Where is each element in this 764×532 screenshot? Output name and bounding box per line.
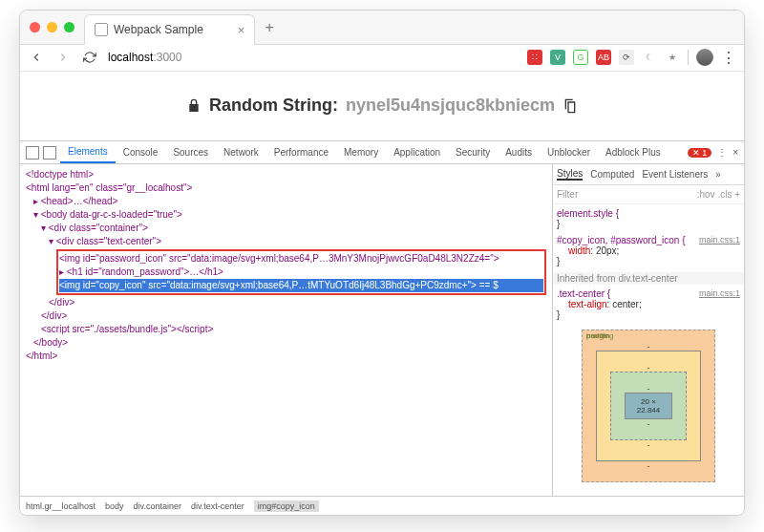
dom-line[interactable]: <img id="password_icon" src="data:image/… xyxy=(59,252,543,266)
cls-toggle[interactable]: .cls xyxy=(717,189,732,200)
minimize-window[interactable] xyxy=(47,22,57,32)
dom-line[interactable]: ▸ <h1 id="random_password">…</h1> xyxy=(59,266,543,279)
dom-breadcrumb[interactable]: html.gr__localhost body div.container di… xyxy=(20,496,744,515)
tab-console[interactable]: Console xyxy=(116,142,166,162)
crumb[interactable]: img#copy_icon xyxy=(254,500,319,512)
dom-line[interactable]: ▾ <body data-gr-c-s-loaded="true"> xyxy=(33,208,546,222)
star-icon[interactable]: ★ xyxy=(665,50,680,65)
tab-unblocker[interactable]: Unblocker xyxy=(540,142,598,162)
moon-icon[interactable]: ☾ xyxy=(642,50,657,65)
ext-icon-2[interactable]: V xyxy=(550,50,565,65)
more-tabs-icon[interactable]: » xyxy=(715,169,721,180)
highlighted-block: <img id="password_icon" src="data:image/… xyxy=(56,249,546,295)
dom-panel[interactable]: <!doctype html> <html lang="en" class="g… xyxy=(20,164,553,496)
tab-sources[interactable]: Sources xyxy=(165,142,216,162)
tab-audits[interactable]: Audits xyxy=(498,142,540,162)
ext-icon-1[interactable]: ∷ xyxy=(527,50,542,65)
crumb[interactable]: div.text-center xyxy=(191,501,244,511)
tab-application[interactable]: Application xyxy=(386,142,448,162)
dom-line[interactable]: ▸ <head>…</head> xyxy=(33,195,546,208)
devtools-tabs: Elements Console Sources Network Perform… xyxy=(20,141,744,164)
style-rules[interactable]: element.style { } main.css:1 #copy_icon,… xyxy=(553,204,744,496)
titlebar: Webpack Sample × + xyxy=(20,11,744,45)
dom-line[interactable]: <html lang="en" class="gr__localhost"> xyxy=(26,181,546,195)
tab-title: Webpack Sample xyxy=(114,23,203,36)
window-controls xyxy=(30,22,74,32)
back-button[interactable] xyxy=(28,49,45,66)
tab-elements[interactable]: Elements xyxy=(60,141,116,163)
rule-close: } xyxy=(557,219,740,229)
browser-tab[interactable]: Webpack Sample × xyxy=(84,14,255,45)
forward-button[interactable] xyxy=(54,49,72,66)
crumb[interactable]: body xyxy=(105,501,124,511)
rule-close: } xyxy=(557,256,740,266)
dom-line-selected[interactable]: <img id="copy_icon" src="data:image/svg+… xyxy=(59,279,543,292)
crumb[interactable]: div.container xyxy=(134,501,181,511)
inherited-label: Inherited from div.text-center xyxy=(553,272,744,285)
tab-network[interactable]: Network xyxy=(216,142,266,162)
profile-avatar[interactable] xyxy=(696,49,713,66)
add-rule-icon[interactable]: + xyxy=(734,189,740,200)
page-content: Random String: nynel5u4nsjquc8kbniecm xyxy=(20,72,744,140)
adblock-icon[interactable]: AB xyxy=(596,50,611,65)
rule-selector[interactable]: element.style { xyxy=(557,208,740,219)
copy-icon[interactable] xyxy=(562,98,578,114)
url-bar: localhost:3000 ∷ V G AB ⟳ ☾ ★ ⋮ xyxy=(20,45,744,72)
dom-line[interactable]: </html> xyxy=(26,350,546,363)
crumb[interactable]: html.gr__localhost xyxy=(26,501,96,511)
tab-adblock[interactable]: Adblock Plus xyxy=(598,142,668,162)
dom-line[interactable]: <!doctype html> xyxy=(26,168,546,181)
address-bar[interactable]: localhost:3000 xyxy=(108,51,347,64)
close-window[interactable] xyxy=(30,22,40,32)
error-badge[interactable]: ✕ 1 xyxy=(688,148,712,158)
reload-button[interactable] xyxy=(81,49,98,66)
dom-line[interactable]: </body> xyxy=(33,336,546,350)
heading-value: nynel5u4nsjquc8kbniecm xyxy=(346,96,555,116)
extension-icons: ∷ V G AB ⟳ ☾ ★ ⋮ xyxy=(527,49,736,67)
menu-icon[interactable]: ⋮ xyxy=(721,49,736,67)
tab-security[interactable]: Security xyxy=(448,142,498,162)
rule-source[interactable]: main.css:1 xyxy=(699,288,740,298)
dom-line[interactable]: ▾ <div class="text-center"> xyxy=(49,235,546,248)
devtools: Elements Console Sources Network Perform… xyxy=(20,140,744,515)
lock-icon xyxy=(186,98,202,114)
inspect-icon[interactable] xyxy=(26,146,39,160)
css-prop[interactable]: width xyxy=(568,245,590,256)
box-content: 20 × 22.844 xyxy=(625,393,672,419)
divider xyxy=(688,50,689,65)
computed-tab[interactable]: Computed xyxy=(590,169,634,180)
favicon-icon xyxy=(95,23,108,36)
css-prop[interactable]: text-align xyxy=(568,299,607,309)
styles-tab[interactable]: Styles xyxy=(557,168,583,181)
device-icon[interactable] xyxy=(43,146,56,160)
close-tab-icon[interactable]: × xyxy=(238,23,245,37)
url-port: :3000 xyxy=(153,51,181,64)
tab-performance[interactable]: Performance xyxy=(266,142,336,162)
styles-panel: Styles Computed Event Listeners » Filter… xyxy=(553,164,744,496)
filter-input[interactable]: Filter xyxy=(557,189,578,200)
devtools-menu-icon[interactable]: ⋮ xyxy=(717,147,727,158)
dom-line[interactable]: <script src="./assets/bundle.js"></scrip… xyxy=(41,323,546,336)
devtools-close-icon[interactable]: × xyxy=(732,147,738,158)
rule-close: } xyxy=(557,309,740,320)
heading-label: Random String: xyxy=(209,96,338,116)
dom-line[interactable]: </div> xyxy=(41,309,546,323)
tab-memory[interactable]: Memory xyxy=(336,142,386,162)
dom-line[interactable]: </div> xyxy=(49,296,546,309)
ext-icon-3[interactable]: G xyxy=(573,50,588,65)
listeners-tab[interactable]: Event Listeners xyxy=(642,169,708,180)
maximize-window[interactable] xyxy=(64,22,74,32)
ext-icon-5[interactable]: ⟳ xyxy=(619,50,634,65)
dom-line[interactable]: ▾ <div class="container"> xyxy=(41,222,546,235)
rule-source[interactable]: main.css:1 xyxy=(699,235,740,245)
new-tab-button[interactable]: + xyxy=(265,19,273,36)
box-model[interactable]: margin- border- padding- 20 × 22.844- - … xyxy=(582,330,715,482)
random-string-heading: Random String: nynel5u4nsjquc8kbniecm xyxy=(186,96,578,116)
hov-toggle[interactable]: :hov xyxy=(697,189,715,200)
url-host: localhost xyxy=(108,51,153,64)
